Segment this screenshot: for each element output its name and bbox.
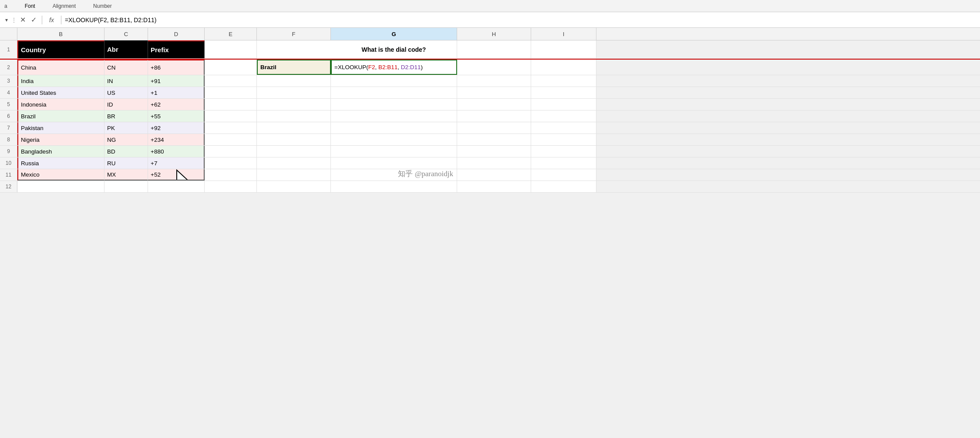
cell-c10[interactable]: RU (104, 157, 148, 169)
cell-g5[interactable] (331, 99, 457, 110)
cell-i12[interactable] (531, 181, 596, 192)
col-header-e[interactable]: E (205, 28, 257, 40)
cell-e4[interactable] (205, 87, 257, 98)
cell-b9[interactable]: Bangladesh (17, 146, 104, 157)
cell-g7[interactable] (331, 122, 457, 134)
formula-bar-formula[interactable]: =XLOOKUP(F2, B2:B11, D2:D11) (65, 17, 977, 23)
cell-b10[interactable]: Russia (17, 157, 104, 169)
col-header-f[interactable]: F (257, 28, 331, 40)
cell-b5[interactable]: Indonesia (17, 99, 104, 110)
cell-h12[interactable] (457, 181, 531, 192)
formula-bar-cancel-icon[interactable]: ✕ (18, 16, 27, 24)
col-header-i[interactable]: I (531, 28, 596, 40)
cell-i9[interactable] (531, 146, 596, 157)
cell-d7[interactable]: +92 (148, 122, 205, 134)
col-header-g[interactable]: G (331, 28, 457, 40)
cell-d1[interactable]: Prefix (148, 40, 205, 58)
cell-b7[interactable]: Pakistan (17, 122, 104, 134)
ribbon-item-font[interactable]: Font (25, 3, 35, 9)
cell-h8[interactable] (457, 134, 531, 145)
cell-i11[interactable] (531, 169, 596, 181)
cell-e8[interactable] (205, 134, 257, 145)
cell-f9[interactable] (257, 146, 331, 157)
cell-h4[interactable] (457, 87, 531, 98)
cell-e1[interactable] (205, 40, 257, 58)
cell-e12[interactable] (205, 181, 257, 192)
cell-i3[interactable] (531, 75, 596, 87)
cell-c2[interactable]: CN (104, 60, 148, 75)
cell-i10[interactable] (531, 157, 596, 169)
cell-b2[interactable]: China (17, 60, 104, 75)
col-header-d[interactable]: D (148, 28, 205, 40)
cell-d3[interactable]: +91 (148, 75, 205, 87)
cell-e5[interactable] (205, 99, 257, 110)
cell-c12[interactable] (104, 181, 148, 192)
cell-d6[interactable]: +55 (148, 110, 205, 122)
cell-i1[interactable] (531, 40, 596, 58)
cell-f10[interactable] (257, 157, 331, 169)
cell-e10[interactable] (205, 157, 257, 169)
cell-g8[interactable] (331, 134, 457, 145)
cell-g10[interactable] (331, 157, 457, 169)
ribbon-item-alignment[interactable]: Alignment (53, 3, 76, 9)
cell-f4[interactable] (257, 87, 331, 98)
cell-g1[interactable]: What is the dial code? (331, 40, 457, 58)
cell-d8[interactable]: +234 (148, 134, 205, 145)
cell-f5[interactable] (257, 99, 331, 110)
cell-h5[interactable] (457, 99, 531, 110)
cell-g11[interactable]: 知乎 @paranoidjk (331, 169, 457, 181)
cell-e9[interactable] (205, 146, 257, 157)
cell-h11[interactable] (457, 169, 531, 181)
cell-b1[interactable]: Country (17, 40, 104, 58)
cell-h9[interactable] (457, 146, 531, 157)
cell-c9[interactable]: BD (104, 146, 148, 157)
ribbon-item-number[interactable]: Number (93, 3, 112, 9)
formula-bar-confirm-icon[interactable]: ✓ (29, 16, 38, 24)
cell-f2[interactable]: Brazil (257, 60, 331, 75)
cell-i6[interactable] (531, 110, 596, 122)
cell-c8[interactable]: NG (104, 134, 148, 145)
cell-h7[interactable] (457, 122, 531, 134)
cell-c7[interactable]: PK (104, 122, 148, 134)
col-header-c[interactable]: C (104, 28, 148, 40)
cell-g9[interactable] (331, 146, 457, 157)
cell-i4[interactable] (531, 87, 596, 98)
cell-b4[interactable]: United States (17, 87, 104, 98)
cell-c1[interactable]: Abr (104, 40, 148, 58)
cell-d12[interactable] (148, 181, 205, 192)
cell-b12[interactable] (17, 181, 104, 192)
cell-d4[interactable]: +1 (148, 87, 205, 98)
cell-c5[interactable]: ID (104, 99, 148, 110)
cell-f6[interactable] (257, 110, 331, 122)
cell-i7[interactable] (531, 122, 596, 134)
cell-c6[interactable]: BR (104, 110, 148, 122)
cell-c3[interactable]: IN (104, 75, 148, 87)
cell-b3[interactable]: India (17, 75, 104, 87)
cell-i5[interactable] (531, 99, 596, 110)
col-header-h[interactable]: H (457, 28, 531, 40)
cell-c4[interactable]: US (104, 87, 148, 98)
cell-d9[interactable]: +880 (148, 146, 205, 157)
cell-h1[interactable] (457, 40, 531, 58)
col-header-b[interactable]: B (17, 28, 104, 40)
cell-b6[interactable]: Brazil (17, 110, 104, 122)
cell-g12[interactable] (331, 181, 457, 192)
cell-e2[interactable] (205, 60, 257, 75)
cell-d10[interactable]: +7 (148, 157, 205, 169)
cell-e7[interactable] (205, 122, 257, 134)
cell-e11[interactable] (205, 169, 257, 181)
cell-f3[interactable] (257, 75, 331, 87)
cell-g6[interactable] (331, 110, 457, 122)
cell-e6[interactable] (205, 110, 257, 122)
cell-b8[interactable]: Nigeria (17, 134, 104, 145)
cell-d2[interactable]: +86 (148, 60, 205, 75)
cell-b11[interactable]: Mexico (17, 169, 104, 181)
cell-f11[interactable] (257, 169, 331, 181)
cell-d5[interactable]: +62 (148, 99, 205, 110)
cell-e3[interactable] (205, 75, 257, 87)
cell-f1[interactable] (257, 40, 331, 58)
cell-h10[interactable] (457, 157, 531, 169)
cell-g2[interactable]: =XLOOKUP(F2, B2:B11, D2:D11) (331, 60, 457, 75)
cell-f7[interactable] (257, 122, 331, 134)
cell-h2[interactable] (457, 60, 531, 75)
